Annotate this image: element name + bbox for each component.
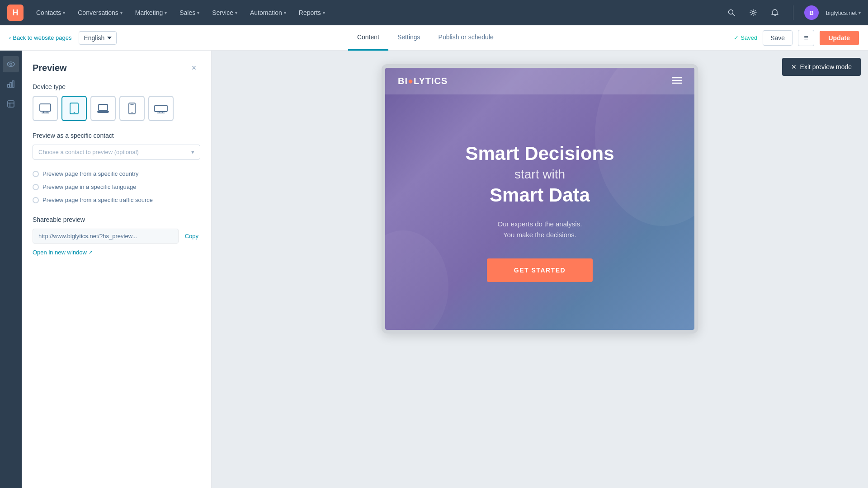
hero-start-with: start with (465, 167, 614, 182)
device-laptop-button[interactable] (90, 96, 116, 121)
device-type-selector (33, 96, 200, 121)
sidebar-chart-icon[interactable] (3, 76, 19, 92)
check-icon: ✓ (734, 34, 739, 41)
svg-point-2 (752, 12, 755, 14)
radio-traffic-source[interactable]: Preview page from a specific traffic sou… (33, 197, 200, 203)
chevron-down-icon: ▾ (235, 10, 237, 15)
nav-contacts[interactable]: Contacts ▾ (31, 5, 71, 20)
radio-button[interactable] (33, 184, 39, 190)
main-layout: Preview × Device type (0, 51, 868, 488)
svg-rect-5 (8, 84, 9, 87)
language-selector[interactable]: English (79, 31, 117, 45)
chevron-down-icon: ▾ (284, 10, 286, 15)
svg-rect-21 (155, 105, 167, 112)
sidebar-box-icon[interactable] (3, 96, 19, 112)
biolytics-navbar: BI●LYTICS (385, 68, 694, 94)
tab-publish-or-schedule[interactable]: Publish or schedule (429, 25, 503, 51)
hero-cta-button[interactable]: GET STARTED (487, 258, 593, 282)
preview-panel-title: Preview (33, 63, 67, 73)
options-menu-button[interactable]: ≡ (798, 30, 814, 46)
account-name[interactable]: biglytics.net ▾ (826, 9, 861, 16)
svg-rect-7 (12, 81, 14, 87)
chevron-down-icon (107, 36, 112, 40)
nav-conversations[interactable]: Conversations ▾ (72, 5, 128, 20)
nav-marketing[interactable]: Marketing ▾ (130, 5, 172, 20)
svg-rect-17 (99, 104, 108, 111)
chevron-down-icon: ▾ (165, 10, 167, 15)
chevron-down-icon: ▾ (323, 10, 325, 15)
menu-icon: ≡ (804, 34, 808, 42)
secondary-navigation: ‹ Back to website pages English Content … (0, 25, 868, 51)
svg-point-3 (7, 62, 14, 66)
chevron-down-icon: ▾ (859, 10, 861, 15)
page-editor-tabs: Content Settings Publish or schedule (348, 25, 503, 51)
copy-url-button[interactable]: Copy (183, 231, 200, 241)
hero-smart-decisions: Smart Decisions (465, 143, 614, 164)
share-url-field[interactable]: http://www.biglytics.net/?hs_preview... (33, 229, 179, 244)
svg-rect-8 (8, 101, 14, 107)
secondary-nav-actions: ✓ Saved Save ≡ Update (734, 30, 859, 46)
radio-button[interactable] (33, 171, 39, 177)
radio-language[interactable]: Preview page in a specific language (33, 183, 200, 190)
top-navigation: H Contacts ▾ Conversations ▾ Marketing ▾… (0, 0, 868, 25)
logo-highlight: ● (408, 76, 414, 86)
biolytics-logo: BI●LYTICS (398, 76, 448, 86)
hubspot-logo[interactable]: H (7, 5, 24, 21)
exit-preview-mode-button[interactable]: ✕ Exit preview mode (782, 58, 861, 76)
device-desktop-button[interactable] (33, 96, 58, 121)
svg-point-4 (10, 63, 12, 66)
contact-dropdown[interactable]: Choose a contact to preview (optional) ▾ (33, 145, 200, 160)
search-icon[interactable] (724, 5, 739, 20)
shareable-preview-label: Shareable preview (33, 216, 200, 223)
avatar[interactable]: B (804, 5, 819, 20)
back-to-website-pages-link[interactable]: ‹ Back to website pages (9, 34, 71, 41)
chevron-down-icon: ▾ (63, 10, 65, 15)
nav-reports[interactable]: Reports ▾ (293, 5, 330, 20)
device-wide-button[interactable] (148, 96, 174, 121)
notifications-icon[interactable] (768, 5, 782, 20)
hero-section: BI●LYTICS Smart Decisions (385, 68, 694, 330)
close-icon: ✕ (791, 63, 797, 70)
chevron-down-icon: ▾ (191, 149, 194, 155)
update-button[interactable]: Update (820, 31, 859, 45)
tab-settings[interactable]: Settings (388, 25, 429, 51)
radio-button[interactable] (33, 197, 39, 203)
contact-dropdown-placeholder: Choose a contact to preview (optional) (38, 149, 139, 155)
biolytics-menu-icon[interactable] (672, 76, 682, 86)
nav-divider (793, 5, 793, 20)
saved-indicator: ✓ Saved (734, 34, 757, 41)
nav-automation[interactable]: Automation ▾ (245, 5, 292, 20)
website-preview: BI●LYTICS Smart Decisions (385, 68, 694, 330)
tablet-frame: BI●LYTICS Smart Decisions (382, 64, 698, 333)
svg-point-19 (132, 112, 132, 113)
svg-point-16 (74, 112, 75, 113)
device-mobile-button[interactable] (119, 96, 145, 121)
svg-rect-6 (10, 83, 12, 87)
save-button[interactable]: Save (763, 30, 793, 46)
chevron-down-icon: ▾ (197, 10, 199, 15)
external-link-icon: ↗ (89, 249, 93, 255)
hero-subtext: Our experts do the analysis. You make th… (465, 219, 614, 240)
tab-content[interactable]: Content (348, 25, 388, 51)
preview-panel: Preview × Device type (22, 51, 212, 488)
contact-section-label: Preview as a specific contact (33, 132, 200, 139)
hero-smart-data: Smart Data (465, 184, 614, 206)
sidebar-eye-icon[interactable] (3, 56, 19, 72)
svg-line-1 (733, 14, 735, 16)
chevron-down-icon: ▾ (120, 10, 123, 15)
open-in-new-window-link[interactable]: Open in new window ↗ (33, 249, 200, 256)
radio-options-group: Preview page from a specific country Pre… (33, 170, 200, 203)
chevron-left-icon: ‹ (9, 34, 11, 41)
svg-rect-11 (40, 104, 51, 111)
preview-panel-header: Preview × (33, 61, 200, 74)
radio-country[interactable]: Preview page from a specific country (33, 170, 200, 177)
nav-sales[interactable]: Sales ▾ (174, 5, 205, 20)
preview-content-area: ✕ Exit preview mode BI●LYTICS (212, 51, 868, 488)
close-preview-button[interactable]: × (188, 61, 200, 74)
icon-sidebar (0, 51, 22, 488)
settings-icon[interactable] (746, 5, 760, 20)
nav-service[interactable]: Service ▾ (207, 5, 243, 20)
device-tablet-button[interactable] (61, 96, 87, 121)
device-type-label: Device type (33, 83, 200, 90)
contact-preview-section: Preview as a specific contact Choose a c… (33, 132, 200, 160)
